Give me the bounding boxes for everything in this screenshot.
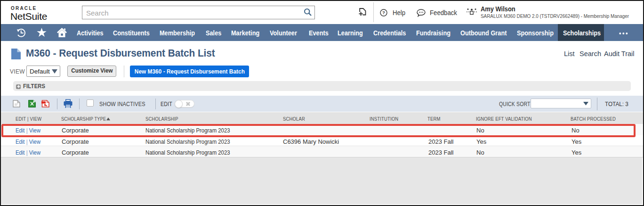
svg-text:?: ? — [382, 10, 385, 15]
